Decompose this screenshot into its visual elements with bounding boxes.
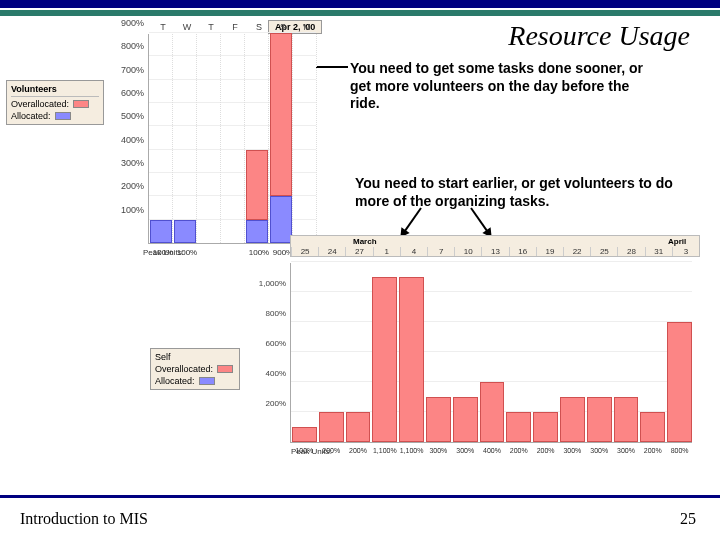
y-tick: 100% [121,205,144,215]
x-tick: 28 [617,247,644,256]
bar-overallocated [292,427,317,442]
month-label: March [351,237,379,246]
footer-border [0,495,720,498]
legend-item-allocated: Allocated: [155,376,235,386]
y-tick: 800% [121,41,144,51]
bar-overallocated [560,397,585,442]
bar-overallocated [346,412,371,442]
legend-item-allocated: Allocated: [11,111,99,121]
month-label: April [666,237,688,246]
x-tick: 16 [509,247,536,256]
chart2-day-row: 25242714710131619222528313 [291,247,699,256]
arrow-icon [470,207,491,236]
bar-overallocated [319,412,344,442]
x-tick: 1 [373,247,400,256]
peak-value: 1,100% [398,447,425,454]
y-tick: 400% [266,369,286,378]
bar-overallocated [399,277,424,442]
bar-overallocated [506,412,531,442]
x-tick: 4 [400,247,427,256]
bar-overallocated [270,33,292,196]
bar-overallocated [246,150,268,220]
x-tick: 19 [536,247,563,256]
footer-left: Introduction to MIS [20,510,148,528]
peak-value: 300% [425,447,452,454]
peak-value: 1,100% [371,447,398,454]
x-tick: 3 [672,247,699,256]
y-tick: 300% [121,158,144,168]
legend-title: Self [155,352,235,362]
y-tick: 400% [121,135,144,145]
bar-allocated [150,220,172,243]
peak-value: 300% [559,447,586,454]
legend-item-overallocated: Overallocated: [155,364,235,374]
bar-overallocated [640,412,665,442]
x-tick: 25 [590,247,617,256]
legend-volunteers: Volunteers Overallocated: Allocated: [6,80,104,125]
x-tick: 13 [481,247,508,256]
accent-border [0,10,720,16]
bar-overallocated [426,397,451,442]
y-tick: 800% [266,309,286,318]
peak-value: 800% [666,447,693,454]
x-tick: 24 [318,247,345,256]
peak-value: 300% [586,447,613,454]
mask [0,280,120,500]
legend-label: Allocated: [11,111,51,121]
legend-self: Self Overallocated: Allocated: [150,348,240,390]
peak-value: 200% [345,447,372,454]
y-tick: 200% [121,181,144,191]
legend-label: Allocated: [155,376,195,386]
swatch-red [73,100,89,108]
x-tick: 10 [454,247,481,256]
y-tick: 1,000% [259,279,286,288]
bar-overallocated [453,397,478,442]
peak-value: 200% [318,447,345,454]
arrow-icon [401,207,422,236]
swatch-blue [199,377,215,385]
y-tick: 600% [266,339,286,348]
peak-value: 200% [639,447,666,454]
peak-value: 400% [479,447,506,454]
legend-title: Volunteers [11,84,99,97]
swatch-blue [55,112,71,120]
bar-overallocated [614,397,639,442]
peak-value: 300% [613,447,640,454]
chart2-plot: Peak Units: 200%400%600%800%1,000%100%20… [290,263,692,443]
bar-overallocated [587,397,612,442]
bar-overallocated [667,322,692,442]
annotation-2: You need to start earlier, or get volunt… [355,175,675,210]
x-tick: 22 [563,247,590,256]
bar-overallocated [480,382,505,442]
peak-value: 200% [505,447,532,454]
chart1-plot: Peak Units: 100%200%300%400%500%600%700%… [148,34,316,244]
bar-overallocated [372,277,397,442]
bar-allocated [174,220,196,243]
legend-label: Overallocated: [11,99,69,109]
peak-value: 300% [452,447,479,454]
footer-right: 25 [680,510,696,528]
y-tick: 700% [121,65,144,75]
top-border [0,0,720,8]
y-tick: 200% [266,399,286,408]
peak-value: 200% [532,447,559,454]
bar-overallocated [533,412,558,442]
y-tick: 600% [121,88,144,98]
y-tick: 900% [121,18,144,28]
chart2-date-header: March April 25242714710131619222528313 [290,235,700,257]
swatch-red [217,365,233,373]
x-tick: 31 [645,247,672,256]
legend-label: Overallocated: [155,364,213,374]
x-tick: 7 [427,247,454,256]
annotation-1: You need to get some tasks done sooner, … [350,60,660,113]
page-title: Resource Usage [508,20,690,52]
legend-item-overallocated: Overallocated: [11,99,99,109]
peak-value: 100% [173,248,201,257]
y-tick: 500% [121,111,144,121]
x-tick: 25 [291,247,318,256]
peak-value: 100% [291,447,318,454]
chart-self: March April 25242714710131619222528313 P… [250,235,700,485]
x-tick: M [293,22,321,32]
x-tick: 27 [345,247,372,256]
